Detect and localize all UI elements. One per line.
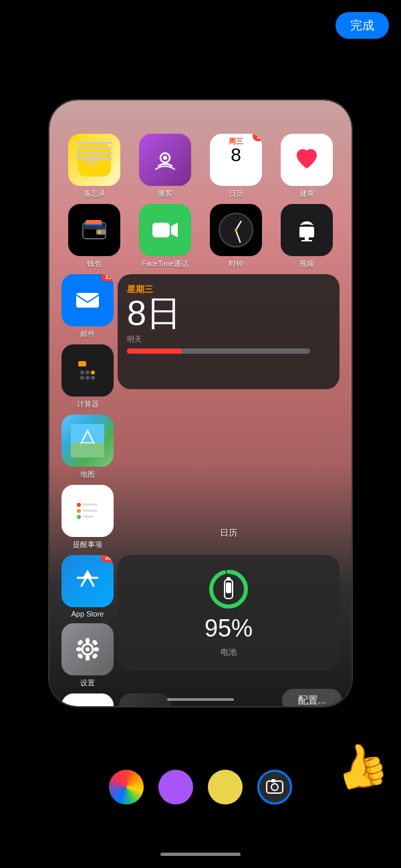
calendar-widget-label: 日历: [220, 527, 237, 539]
clock-icon: [210, 204, 262, 256]
reminders-icon: [61, 485, 114, 537]
svg-rect-0: [78, 143, 111, 177]
svg-rect-38: [76, 647, 82, 651]
svg-rect-29: [83, 504, 98, 506]
svg-point-25: [91, 376, 95, 380]
podcasts-icon: [139, 134, 191, 186]
home-indicator-inner: [167, 698, 234, 701]
calculator-label: 计算器: [77, 399, 99, 409]
app-maps[interactable]: 地图: [61, 415, 114, 479]
apps-container: 备忘录 播客 周三 8 1: [49, 134, 352, 708]
svg-rect-13: [299, 227, 314, 237]
svg-rect-43: [92, 653, 98, 659]
app-settings[interactable]: 设置: [61, 623, 114, 688]
wallet-icon: [68, 204, 120, 256]
phone-frame: 备忘录 播客 周三 8 1: [48, 99, 353, 708]
svg-rect-31: [83, 510, 98, 512]
widget-battery[interactable]: 95% 电池: [118, 555, 340, 670]
svg-rect-17: [76, 293, 99, 308]
svg-rect-48: [226, 582, 231, 593]
apps-left-4: 地图 提醒事项: [61, 415, 114, 550]
svg-rect-2: [84, 157, 104, 159]
color-dot-multicolor[interactable]: [109, 770, 144, 804]
svg-point-23: [80, 376, 84, 380]
app-facetime[interactable]: FaceTime通话: [139, 204, 191, 269]
notes-icon: [68, 134, 120, 186]
svg-rect-37: [86, 655, 90, 661]
svg-rect-7: [83, 225, 106, 229]
wallet-label: 钱包: [87, 259, 102, 269]
appstore-icon: 36: [61, 555, 114, 607]
app-clock[interactable]: 时钟: [210, 204, 262, 269]
app-health[interactable]: 健康: [281, 134, 333, 199]
battery-label-text: 电池: [221, 647, 237, 658]
app-appstore[interactable]: 36 App Store: [61, 555, 114, 618]
app-calculator[interactable]: 计算器: [61, 344, 114, 409]
app-camera[interactable]: 相机: [119, 693, 171, 708]
app-row-3: 11 邮件: [59, 274, 342, 409]
apps-left-5: 36 App Store: [61, 555, 114, 688]
color-dot-yellow[interactable]: [208, 770, 243, 804]
calendar-label: 日历: [229, 189, 243, 199]
widget-calendar[interactable]: 星期三 8日 明天: [118, 274, 340, 389]
svg-point-58: [271, 784, 278, 790]
apps-left-3: 11 邮件: [61, 274, 114, 409]
calculator-icon: [61, 344, 114, 397]
svg-rect-41: [92, 639, 98, 646]
svg-point-20: [80, 370, 84, 374]
battery-ring-svg: [207, 568, 250, 611]
svg-rect-1: [84, 152, 104, 154]
facetime-icon: [139, 204, 191, 256]
notes-label: 备忘录: [84, 189, 106, 199]
configure-button[interactable]: 配置...: [281, 689, 342, 708]
svg-rect-36: [86, 638, 90, 643]
appstore-badge: 36: [101, 555, 114, 562]
app-row-2: 钱包 FaceTime通话: [59, 204, 342, 269]
svg-point-5: [163, 156, 167, 160]
svg-point-30: [77, 509, 81, 513]
color-selector: [109, 770, 292, 804]
app-podcasts[interactable]: 播客: [139, 134, 191, 199]
widget-calendar-tomorrow: 明天: [127, 334, 330, 344]
calendar-badge: 1: [253, 134, 262, 141]
app-row-4: 地图 提醒事项: [59, 415, 342, 550]
svg-rect-3: [84, 162, 98, 164]
appstore-label: App Store: [72, 610, 104, 618]
svg-point-22: [91, 370, 95, 374]
svg-rect-57: [267, 781, 283, 793]
app-notes[interactable]: 备忘录: [68, 134, 120, 199]
widget-calendar-event-bar: [127, 348, 310, 354]
app-reminders[interactable]: 提醒事项: [61, 485, 114, 550]
widget-calendar-date: 8日: [127, 296, 330, 330]
done-button[interactable]: 完成: [336, 12, 389, 39]
svg-rect-19: [78, 361, 86, 366]
facetime-label: FaceTime通话: [142, 259, 189, 269]
svg-rect-33: [83, 516, 94, 518]
svg-point-24: [86, 376, 90, 380]
color-dot-purple[interactable]: [158, 770, 193, 804]
app-appletv[interactable]: 视频: [281, 204, 333, 269]
maps-icon: [61, 415, 114, 467]
svg-rect-39: [94, 647, 99, 651]
appletv-icon: [281, 204, 333, 256]
app-photos[interactable]: 照片: [61, 693, 114, 708]
calendar-icon: 周三 8 1: [210, 134, 262, 186]
svg-rect-47: [227, 577, 231, 580]
appletv-label: 视频: [299, 259, 314, 269]
settings-icon: [61, 623, 114, 675]
svg-rect-40: [77, 639, 84, 646]
maps-label: 地图: [80, 469, 95, 479]
app-row-1: 备忘录 播客 周三 8 1: [59, 134, 342, 199]
photos-icon: [61, 693, 114, 708]
health-icon: [281, 134, 333, 186]
app-calendar[interactable]: 周三 8 1 日历: [210, 134, 262, 199]
podcasts-label: 播客: [158, 189, 172, 199]
svg-point-28: [77, 503, 81, 507]
svg-point-21: [86, 370, 90, 374]
clock-face: [219, 213, 253, 247]
mail-label: 邮件: [80, 329, 95, 339]
app-wallet[interactable]: 钱包: [68, 204, 120, 269]
app-mail[interactable]: 11 邮件: [61, 274, 114, 339]
mail-badge: 11: [101, 274, 114, 282]
color-dot-photo[interactable]: [257, 770, 292, 804]
